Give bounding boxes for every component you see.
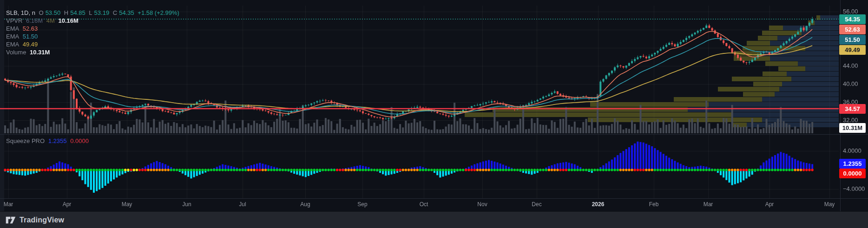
close-label: C xyxy=(113,9,117,16)
ema-legend-3[interactable]: EMA 49.49 xyxy=(6,41,39,48)
vpvr-value-1: 6.16M xyxy=(26,17,43,24)
time-axis-label: 2026 xyxy=(592,201,605,208)
trading-chart-app: SLB, 1D, n O53.50 H54.85 L53.19 C54.35 +… xyxy=(0,0,868,228)
volume-legend[interactable]: Volume 10.31M xyxy=(6,49,52,56)
ema2-name[interactable]: EMA xyxy=(6,33,19,40)
price-badge: 0.0000 xyxy=(839,169,866,178)
low-value: 53.19 xyxy=(94,9,110,16)
time-axis-label: Nov xyxy=(477,201,487,208)
time-axis-label: Feb xyxy=(649,201,659,208)
volume-value: 10.31M xyxy=(30,49,50,56)
time-axis-label: Dec xyxy=(532,201,541,208)
time-axis-label: May xyxy=(824,201,835,208)
time-axis-label: Apr xyxy=(765,201,774,208)
vpvr-value-2: 4M xyxy=(46,17,55,24)
chart-canvas[interactable] xyxy=(0,0,868,211)
time-axis-label: Jul xyxy=(239,201,246,208)
price-badge: 51.50 xyxy=(839,35,866,45)
squeeze-value-1: 1.2355 xyxy=(48,137,67,144)
ema-legend-2[interactable]: EMA 51.50 xyxy=(6,33,39,40)
price-badge: 52.63 xyxy=(839,25,866,34)
price-badge: 54.35 xyxy=(839,14,866,24)
vpvr-legend[interactable]: VPVR 6.16M 4M 10.16M xyxy=(6,17,80,24)
change-value: +1.58 (+2.99%) xyxy=(138,9,179,16)
low-label: L xyxy=(89,9,92,16)
price-badge: 49.49 xyxy=(839,45,866,55)
squeeze-legend[interactable]: Squeeze PRO 1.2355 0.0000 xyxy=(6,137,91,144)
vpvr-value-3: 10.16M xyxy=(58,17,78,24)
ema1-name[interactable]: EMA xyxy=(6,25,19,32)
open-value: 53.50 xyxy=(46,9,61,16)
price-badge: 10.31M xyxy=(839,123,866,133)
tradingview-logo[interactable]: TradingView xyxy=(6,216,64,224)
price-tick: 40.00 xyxy=(843,80,858,87)
ema-legend-1[interactable]: EMA 52.63 xyxy=(6,25,39,32)
close-value: 54.35 xyxy=(119,9,134,16)
price-tick: 44.00 xyxy=(843,62,858,69)
time-axis-label: Sep xyxy=(357,201,367,208)
vpvr-name[interactable]: VPVR xyxy=(6,17,22,24)
symbol-legend[interactable]: SLB, 1D, n O53.50 H54.85 L53.19 C54.35 +… xyxy=(6,9,181,16)
squeeze-value-2: 0.0000 xyxy=(70,137,89,144)
time-axis-label: Mar xyxy=(704,201,713,208)
high-label: H xyxy=(64,9,68,16)
symbol-title[interactable]: SLB, 1D, n xyxy=(6,9,35,16)
ema2-value: 51.50 xyxy=(23,33,38,40)
time-axis-label: Oct xyxy=(420,201,428,208)
time-axis-label: Aug xyxy=(300,201,310,208)
price-badge: 1.2355 xyxy=(839,159,866,169)
price-tick: 56.00 xyxy=(843,8,858,15)
squeeze-name[interactable]: Squeeze PRO xyxy=(6,137,45,144)
time-axis-label: Mar xyxy=(4,201,13,208)
price-tick: 4.0000 xyxy=(843,147,861,154)
time-axis-label: Jun xyxy=(182,201,191,208)
open-label: O xyxy=(39,9,44,16)
tradingview-logo-icon xyxy=(6,216,16,224)
time-axis-label: May xyxy=(122,201,132,208)
price-tick: 32.00 xyxy=(843,117,858,124)
volume-name[interactable]: Volume xyxy=(6,49,26,56)
price-badge: 34.57 xyxy=(839,104,866,114)
time-axis-label: Apr xyxy=(63,201,72,208)
ema3-name[interactable]: EMA xyxy=(6,41,19,48)
footer-bar: TradingView xyxy=(0,211,868,228)
high-value: 54.85 xyxy=(70,9,85,16)
tradingview-logo-text: TradingView xyxy=(20,216,64,224)
ema1-value: 52.63 xyxy=(23,25,38,32)
ema3-value: 49.49 xyxy=(23,41,38,48)
price-tick: −4.0000 xyxy=(843,185,865,192)
